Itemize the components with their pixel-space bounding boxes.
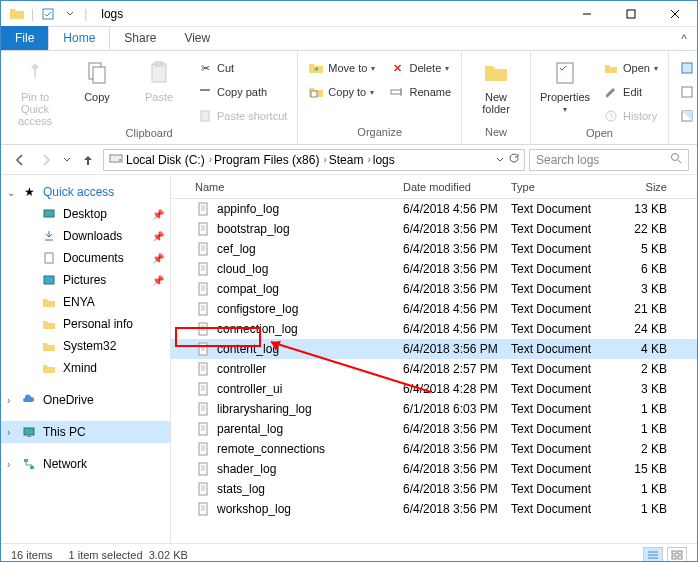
copyto-button[interactable]: Copy to ▾: [304, 81, 379, 103]
svg-rect-0: [43, 9, 53, 19]
nav-pictures[interactable]: Pictures📌: [1, 269, 170, 291]
tab-home[interactable]: Home: [48, 26, 110, 50]
file-icon: [195, 241, 211, 257]
file-row[interactable]: cef_log 6/4/2018 3:56 PM Text Document 5…: [171, 239, 697, 259]
cut-icon: ✂: [197, 60, 213, 76]
file-type: Text Document: [511, 482, 611, 496]
svg-rect-26: [24, 428, 34, 435]
nav-enya[interactable]: ENYA: [1, 291, 170, 313]
crumb-0[interactable]: Local Disk (C:)›: [126, 153, 212, 167]
properties-button[interactable]: Properties▾: [537, 55, 593, 114]
addr-dropdown-icon[interactable]: [496, 153, 504, 167]
paste-button[interactable]: Paste: [131, 55, 187, 103]
forward-button[interactable]: [35, 149, 57, 171]
open-button[interactable]: Open ▾: [599, 57, 662, 79]
icons-view-button[interactable]: [667, 547, 687, 563]
file-row[interactable]: configstore_log 6/4/2018 4:56 PM Text Do…: [171, 299, 697, 319]
newfolder-icon: [480, 57, 512, 89]
selectnone-button[interactable]: Select none: [675, 81, 698, 103]
address-bar[interactable]: Local Disk (C:)› Program Files (x86)› St…: [103, 149, 525, 171]
file-row[interactable]: librarysharing_log 6/1/2018 6:03 PM Text…: [171, 399, 697, 419]
nav-documents[interactable]: Documents📌: [1, 247, 170, 269]
refresh-icon[interactable]: [508, 152, 520, 167]
close-button[interactable]: [653, 1, 697, 27]
minimize-button[interactable]: [565, 1, 609, 27]
svg-rect-99: [672, 556, 676, 559]
cut-button[interactable]: ✂Cut: [193, 57, 291, 79]
svg-rect-42: [199, 263, 207, 275]
file-type: Text Document: [511, 502, 611, 516]
file-row[interactable]: remote_connections 6/4/2018 3:56 PM Text…: [171, 439, 697, 459]
file-date: 6/4/2018 3:56 PM: [403, 502, 511, 516]
file-row[interactable]: bootstrap_log 6/4/2018 3:56 PM Text Docu…: [171, 219, 697, 239]
invert-button[interactable]: Invert selection: [675, 105, 698, 127]
col-name[interactable]: Name: [195, 181, 403, 193]
file-date: 6/4/2018 3:56 PM: [403, 242, 511, 256]
ribbon-collapse-icon[interactable]: ^: [671, 28, 697, 50]
selectall-icon: [679, 60, 695, 76]
history-button[interactable]: History: [599, 105, 662, 127]
checkbox-icon[interactable]: [40, 6, 56, 22]
file-row[interactable]: compat_log 6/4/2018 3:56 PM Text Documen…: [171, 279, 697, 299]
svg-rect-9: [200, 89, 210, 91]
nav-quickaccess[interactable]: ⌄★Quick access: [1, 181, 170, 203]
nav-thispc[interactable]: ›This PC: [1, 421, 170, 443]
drive-icon: [108, 150, 124, 169]
file-name: controller: [217, 362, 403, 376]
crumb-2[interactable]: Steam›: [329, 153, 371, 167]
nav-downloads[interactable]: Downloads📌: [1, 225, 170, 247]
edit-button[interactable]: Edit: [599, 81, 662, 103]
file-row[interactable]: parental_log 6/4/2018 3:56 PM Text Docum…: [171, 419, 697, 439]
svg-rect-2: [627, 10, 635, 18]
moveto-button[interactable]: Move to ▾: [304, 57, 379, 79]
rename-button[interactable]: Rename: [385, 81, 455, 103]
file-icon: [195, 421, 211, 437]
svg-rect-98: [678, 551, 682, 554]
file-icon: [195, 501, 211, 517]
nav-network[interactable]: ›Network: [1, 453, 170, 475]
nav-xmind[interactable]: Xmind: [1, 357, 170, 379]
network-icon: [21, 456, 37, 472]
col-size[interactable]: Size: [611, 181, 667, 193]
col-date[interactable]: Date modified: [403, 181, 511, 193]
up-button[interactable]: [77, 149, 99, 171]
tab-share[interactable]: Share: [110, 26, 170, 50]
file-row[interactable]: shader_log 6/4/2018 3:56 PM Text Documen…: [171, 459, 697, 479]
svg-rect-11: [311, 91, 317, 97]
file-row[interactable]: controller_ui 6/4/2018 4:28 PM Text Docu…: [171, 379, 697, 399]
tab-file[interactable]: File: [1, 26, 48, 50]
pasteshortcut-button[interactable]: Paste shortcut: [193, 105, 291, 127]
nav-onedrive[interactable]: ›OneDrive: [1, 389, 170, 411]
file-row[interactable]: controller 6/4/2018 2:57 PM Text Documen…: [171, 359, 697, 379]
tab-view[interactable]: View: [170, 26, 224, 50]
search-input[interactable]: Search logs: [529, 149, 689, 171]
newfolder-button[interactable]: Newfolder: [468, 55, 524, 115]
nav-system32[interactable]: System32: [1, 335, 170, 357]
crumb-3[interactable]: logs: [373, 153, 395, 167]
file-row[interactable]: content_log 6/4/2018 3:56 PM Text Docume…: [171, 339, 697, 359]
col-type[interactable]: Type: [511, 181, 611, 193]
svg-rect-97: [672, 551, 676, 554]
pin-quickaccess-button[interactable]: Pin to Quickaccess: [7, 55, 63, 127]
details-view-button[interactable]: [643, 547, 663, 563]
file-row[interactable]: workshop_log 6/4/2018 3:56 PM Text Docum…: [171, 499, 697, 519]
svg-rect-24: [45, 253, 53, 263]
file-row[interactable]: connection_log 6/4/2018 4:56 PM Text Doc…: [171, 319, 697, 339]
nav-personal[interactable]: Personal info: [1, 313, 170, 335]
file-row[interactable]: appinfo_log 6/4/2018 4:56 PM Text Docume…: [171, 199, 697, 219]
crumb-1[interactable]: Program Files (x86)›: [214, 153, 327, 167]
selectall-button[interactable]: Select all: [675, 57, 698, 79]
file-row[interactable]: stats_log 6/4/2018 3:56 PM Text Document…: [171, 479, 697, 499]
file-type: Text Document: [511, 242, 611, 256]
recent-dropdown[interactable]: [61, 149, 73, 171]
back-button[interactable]: [9, 149, 31, 171]
copypath-button[interactable]: Copy path: [193, 81, 291, 103]
maximize-button[interactable]: [609, 1, 653, 27]
delete-button[interactable]: ✕Delete ▾: [385, 57, 455, 79]
nav-desktop[interactable]: Desktop📌: [1, 203, 170, 225]
copy-button[interactable]: Copy: [69, 55, 125, 103]
svg-rect-14: [557, 63, 573, 83]
file-date: 6/4/2018 4:56 PM: [403, 322, 511, 336]
chevron-down-icon[interactable]: [62, 6, 78, 22]
file-row[interactable]: cloud_log 6/4/2018 3:56 PM Text Document…: [171, 259, 697, 279]
